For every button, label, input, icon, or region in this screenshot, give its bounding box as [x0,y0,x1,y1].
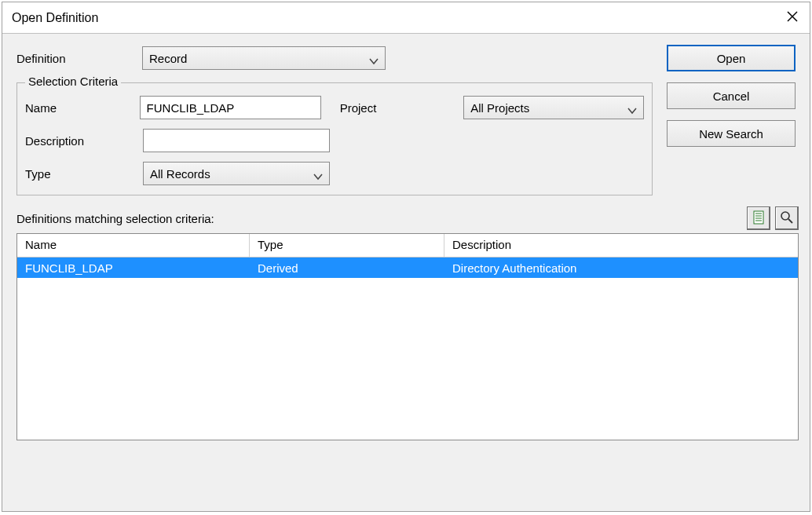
list-icon [752,210,765,227]
selection-criteria-legend: Selection Criteria [25,75,121,88]
type-row: Type All Records [25,162,644,185]
results-header: Name Type Description [17,234,798,258]
matching-label: Definitions matching selection criteria: [16,212,214,225]
cell-name: FUNCLIB_LDAP [17,260,250,276]
svg-rect-2 [754,211,763,224]
cancel-button-label: Cancel [713,89,750,103]
chevron-down-icon [627,104,637,111]
close-icon [787,11,798,24]
type-select[interactable]: All Records [143,162,330,185]
name-row: Name Project All Projects [25,96,644,119]
open-button[interactable]: Open [667,45,796,71]
description-label: Description [25,134,135,148]
definition-select[interactable]: Record [142,46,386,70]
new-search-button[interactable]: New Search [667,120,796,147]
project-select-value: All Projects [470,101,529,115]
chevron-down-icon [369,54,379,62]
magnifier-icon [780,210,794,227]
table-row[interactable]: FUNCLIB_LDAP Derived Directory Authentic… [17,258,798,278]
project-select[interactable]: All Projects [463,96,644,119]
selection-criteria-group: Selection Criteria Name Project All Proj… [16,82,653,195]
definition-select-value: Record [149,52,187,65]
column-header-type[interactable]: Type [250,234,444,257]
open-definition-dialog: Open Definition Open Cancel New Search D… [2,2,810,512]
cell-type: Derived [250,260,444,276]
new-search-button-label: New Search [699,127,763,141]
description-input[interactable] [143,129,330,152]
svg-line-8 [788,219,792,223]
svg-point-7 [781,212,789,220]
name-label: Name [25,101,132,115]
results-toolbar [747,206,799,230]
list-view-button[interactable] [747,206,770,230]
definition-label: Definition [16,52,134,65]
name-input[interactable] [140,96,321,119]
results-table[interactable]: Name Type Description FUNCLIB_LDAP Deriv… [16,233,799,440]
type-select-value: All Records [150,167,210,181]
column-header-description[interactable]: Description [444,234,798,257]
cancel-button[interactable]: Cancel [667,82,796,109]
open-button-label: Open [717,52,746,65]
type-label: Type [25,167,135,181]
titlebar: Open Definition [2,2,810,34]
find-button[interactable] [775,206,799,230]
column-header-name[interactable]: Name [17,234,250,257]
matching-row: Definitions matching selection criteria: [16,206,799,230]
project-label: Project [340,101,401,115]
close-button[interactable] [775,2,810,34]
cell-description: Directory Authentication [444,260,798,276]
dialog-title: Open Definition [12,11,98,25]
description-row: Description [25,129,644,152]
chevron-down-icon [313,170,323,177]
content-area: Open Cancel New Search Definition Record… [2,34,810,440]
action-buttons: Open Cancel New Search [667,45,796,147]
